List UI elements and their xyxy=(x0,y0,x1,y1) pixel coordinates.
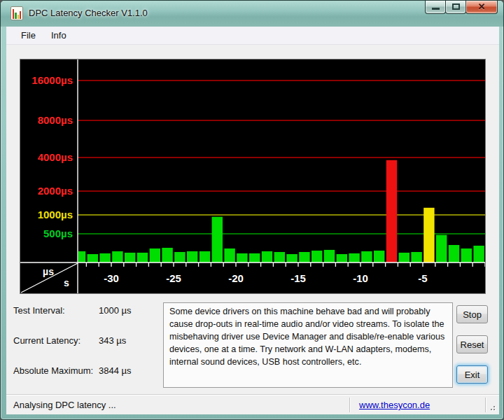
caption-buttons: ✕ xyxy=(426,1,498,14)
test-interval-label: Test Interval: xyxy=(13,305,65,316)
latency-bar xyxy=(112,251,122,262)
close-button[interactable]: ✕ xyxy=(465,1,498,14)
x-unit-label: s xyxy=(64,277,69,288)
latency-bar xyxy=(237,253,247,262)
status-bar: Analysing DPC latency ... www.thesycon.d… xyxy=(6,394,499,414)
latency-bar xyxy=(88,254,98,262)
status-text: Analysing DPC latency ... xyxy=(13,400,116,410)
current-latency-value: 343 µs xyxy=(99,335,126,346)
latency-bar xyxy=(125,253,135,262)
latency-bar xyxy=(337,254,347,262)
latency-bar xyxy=(187,251,197,262)
latency-bar xyxy=(449,245,459,262)
statusbar-separator xyxy=(485,398,486,412)
description-box[interactable]: Some device drivers on this machine beha… xyxy=(163,302,453,388)
menu-item-file[interactable]: File xyxy=(13,28,43,43)
latency-bar xyxy=(399,253,410,262)
y-axis-label: 16000µs xyxy=(31,74,73,86)
x-axis-label: -30 xyxy=(104,272,119,284)
app-window: DPC Latency Checker V1.1.0 ✕ File Info 1… xyxy=(0,0,504,420)
y-axis-label: 1000µs xyxy=(38,209,73,220)
latency-bar xyxy=(424,208,434,262)
x-axis-label: -5 xyxy=(418,272,427,284)
latency-bar xyxy=(461,248,472,262)
latency-bar xyxy=(200,251,210,262)
app-icon-bar xyxy=(13,9,14,19)
maximize-icon xyxy=(452,4,460,10)
latency-bar xyxy=(274,252,285,262)
test-interval-value: 1000 µs xyxy=(99,305,132,316)
latency-bar xyxy=(361,251,372,262)
menu-item-info[interactable]: Info xyxy=(43,28,74,43)
close-icon: ✕ xyxy=(466,1,497,12)
latency-bar xyxy=(436,235,447,262)
y-axis-label: 4000µs xyxy=(38,151,73,163)
latency-bar xyxy=(386,160,397,262)
exit-button[interactable]: Exit xyxy=(456,365,488,384)
y-axis-label: 8000µs xyxy=(38,114,73,126)
website-link[interactable]: www.thesycon.de xyxy=(359,400,430,410)
x-axis-label: -15 xyxy=(290,272,306,284)
app-icon-bar xyxy=(18,15,19,19)
app-icon xyxy=(10,6,23,20)
app-icon-bar xyxy=(20,11,21,19)
latency-bar xyxy=(349,253,359,262)
title-bar: DPC Latency Checker V1.1.0 ✕ xyxy=(1,1,504,27)
latency-bar xyxy=(262,251,272,262)
latency-bar xyxy=(324,250,335,262)
latency-bar xyxy=(411,252,421,262)
latency-bar xyxy=(78,251,85,262)
y-unit-label: µs xyxy=(43,266,54,277)
latency-bar xyxy=(286,254,297,262)
latency-bar xyxy=(212,217,223,262)
latency-bar xyxy=(249,253,260,262)
app-icon-bar xyxy=(15,13,16,19)
x-axis-label: -20 xyxy=(228,272,244,284)
latency-bar xyxy=(224,248,234,262)
latency-bar xyxy=(137,253,148,262)
y-axis-label: 2000µs xyxy=(38,185,73,197)
latency-bar xyxy=(150,248,160,262)
latency-bar xyxy=(312,251,322,262)
x-axis-label: -25 xyxy=(166,272,181,284)
maximize-button[interactable] xyxy=(445,1,466,14)
latency-bar xyxy=(99,253,110,262)
minimize-button[interactable] xyxy=(425,1,446,14)
latency-bar xyxy=(473,246,484,262)
y-axis-label: 500µs xyxy=(43,227,73,239)
statusbar-separator xyxy=(349,398,351,412)
menu-bar: File Info xyxy=(6,27,499,45)
resize-grip-icon[interactable] xyxy=(487,402,496,411)
latency-bar xyxy=(299,252,309,262)
current-latency-label: Current Latency: xyxy=(13,335,80,346)
window-title: DPC Latency Checker V1.1.0 xyxy=(29,8,148,18)
minimize-icon xyxy=(432,8,440,10)
stop-button[interactable]: Stop xyxy=(456,305,488,323)
x-axis-label: -10 xyxy=(353,272,368,284)
latency-bar xyxy=(374,251,384,262)
absolute-maximum-label: Absolute Maximum: xyxy=(13,365,93,376)
absolute-maximum-value: 3844 µs xyxy=(99,365,132,376)
latency-chart-svg: 16000µs8000µs4000µs2000µs1000µs500µsµss-… xyxy=(20,59,485,293)
latency-bar xyxy=(162,248,172,262)
latency-bar xyxy=(174,252,185,262)
reset-button[interactable]: Reset xyxy=(456,335,488,354)
latency-chart-panel: 16000µs8000µs4000µs2000µs1000µs500µsµss-… xyxy=(20,59,486,294)
